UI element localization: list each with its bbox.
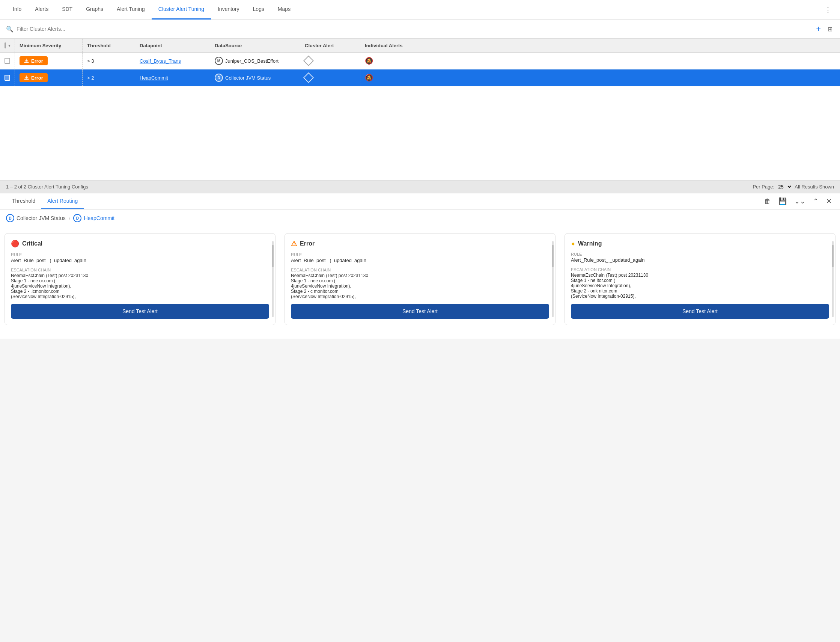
tab-maps[interactable]: Maps bbox=[271, 0, 297, 19]
delete-button[interactable]: 🗑 bbox=[762, 196, 773, 207]
expand-down-button[interactable]: ⌄⌄ bbox=[792, 196, 808, 207]
tab-logs[interactable]: Logs bbox=[246, 0, 271, 19]
critical-escalation-section: Escalation Chain NeemaEscChain (Test) po… bbox=[11, 268, 269, 299]
critical-rule-section: Rule Alert_Rule_post_ )_updated_again bbox=[11, 252, 269, 263]
row1-individual-alerts: 🔕 bbox=[360, 53, 840, 69]
row2-ds-badge: D Collector JVM Status bbox=[215, 74, 270, 82]
row2-check[interactable] bbox=[5, 75, 10, 81]
severity-badge: ⚠ Error bbox=[19, 56, 48, 65]
critical-rule-label: Rule bbox=[11, 252, 269, 257]
warning-rule-section: Rule Alert_Rule_post_ _updated_again bbox=[571, 252, 829, 263]
table-row[interactable]: ⚠ Error > 3 CosIf_Bytes_Trans M Juniper_… bbox=[0, 53, 840, 70]
search-icon: 🔍 bbox=[6, 26, 13, 32]
more-menu-button[interactable]: ⋮ bbox=[823, 4, 834, 16]
breadcrumb-child[interactable]: D HeapCommit bbox=[73, 214, 115, 222]
search-bar: 🔍 + ⊞ bbox=[0, 19, 840, 39]
warning-escalation-section: Escalation Chain NeemaEscChain (Test) po… bbox=[571, 268, 829, 299]
severity-badge: ⚠ Error bbox=[19, 73, 48, 82]
navigation-bar: Info Alerts SDT Graphs Alert Tuning Clus… bbox=[0, 0, 840, 19]
row2-cluster-icon bbox=[303, 73, 314, 83]
tab-inventory[interactable]: Inventory bbox=[211, 0, 246, 19]
tab-alert-routing[interactable]: Alert Routing bbox=[41, 193, 84, 209]
row1-datasource: M Juniper_COS_BestEffort bbox=[210, 53, 300, 69]
row1-checkbox[interactable] bbox=[0, 53, 15, 69]
row1-check[interactable] bbox=[5, 58, 10, 64]
cards-container: 🔴 Critical Rule Alert_Rule_post_ )_updat… bbox=[0, 227, 840, 339]
row2-severity: ⚠ Error bbox=[15, 70, 83, 86]
search-actions: + ⊞ bbox=[814, 23, 834, 35]
save-button[interactable]: 💾 bbox=[776, 196, 789, 207]
table-row[interactable]: ⚠ Error > 2 HeapCommit D Collector JVM S… bbox=[0, 70, 840, 86]
tab-cluster-alert-tuning[interactable]: Cluster Alert Tuning bbox=[152, 0, 211, 19]
add-button[interactable]: + bbox=[814, 23, 822, 35]
breadcrumb-child-label: HeapCommit bbox=[84, 215, 115, 221]
row1-ds-name: Juniper_COS_BestEffort bbox=[225, 58, 278, 64]
row1-datapoint-link[interactable]: CosIf_Bytes_Trans bbox=[140, 58, 181, 64]
row1-ds-icon: M bbox=[215, 57, 223, 65]
select-all-checkbox[interactable] bbox=[5, 42, 6, 49]
per-page-select[interactable]: 25 50 100 bbox=[777, 183, 792, 190]
all-results-text: All Results Shown bbox=[795, 184, 834, 190]
row1-bell-icon: 🔕 bbox=[365, 57, 373, 65]
col-checkbox: ▼ bbox=[0, 39, 15, 52]
row1-datapoint: CosIf_Bytes_Trans bbox=[135, 53, 210, 69]
error-send-test-button[interactable]: Send Test Alert bbox=[291, 304, 549, 319]
tab-alerts[interactable]: Alerts bbox=[28, 0, 55, 19]
collapse-button[interactable]: ⌃ bbox=[811, 196, 821, 207]
error-card: ⚠ Error Rule Alert_Rule_post_ )_updated_… bbox=[285, 233, 555, 325]
critical-scrollbar[interactable] bbox=[272, 241, 274, 317]
sort-arrow: ▼ bbox=[8, 44, 11, 48]
tab-sdt[interactable]: SDT bbox=[55, 0, 79, 19]
empty-area bbox=[0, 86, 840, 180]
row2-datapoint: HeapCommit bbox=[135, 70, 210, 86]
row2-ds-name: Collector JVM Status bbox=[225, 75, 270, 81]
error-escalation-label: Escalation Chain bbox=[291, 268, 549, 272]
tab-graphs[interactable]: Graphs bbox=[79, 0, 110, 19]
row2-checkbox[interactable] bbox=[0, 70, 15, 86]
tab-alert-tuning[interactable]: Alert Tuning bbox=[110, 0, 152, 19]
breadcrumb-parent: D Collector JVM Status bbox=[6, 214, 66, 222]
warning-icon: ⚠ bbox=[24, 75, 29, 81]
tab-threshold[interactable]: Threshold bbox=[6, 193, 41, 209]
row2-individual-alerts: 🔕 bbox=[360, 70, 840, 86]
col-cluster-alert: Cluster Alert bbox=[300, 39, 360, 52]
critical-card: 🔴 Critical Rule Alert_Rule_post_ )_updat… bbox=[5, 233, 275, 325]
close-button[interactable]: ✕ bbox=[824, 196, 834, 207]
row1-ds-badge: M Juniper_COS_BestEffort bbox=[215, 57, 278, 65]
tab-actions: 🗑 💾 ⌄⌄ ⌃ ✕ bbox=[762, 196, 834, 207]
breadcrumb-separator: › bbox=[69, 215, 71, 221]
bottom-panel: Threshold Alert Routing 🗑 💾 ⌄⌄ ⌃ ✕ D Col… bbox=[0, 193, 840, 339]
row2-threshold: > 2 bbox=[83, 70, 135, 86]
warning-scrollbar[interactable] bbox=[832, 241, 834, 317]
error-title: ⚠ Error bbox=[291, 240, 549, 248]
error-scrollbar[interactable] bbox=[552, 241, 554, 317]
error-escalation-value: NeemaEscChain (Test) post 20231130 Stage… bbox=[291, 273, 549, 299]
error-escalation-section: Escalation Chain NeemaEscChain (Test) po… bbox=[291, 268, 549, 299]
tab-info[interactable]: Info bbox=[6, 0, 28, 19]
view-toggle-button[interactable]: ⊞ bbox=[826, 24, 834, 34]
per-page-label: Per Page: bbox=[753, 184, 774, 190]
error-rule-value: Alert_Rule_post_ )_updated_again bbox=[291, 258, 549, 263]
row1-cluster-icon bbox=[303, 55, 314, 66]
bottom-tabs: Threshold Alert Routing 🗑 💾 ⌄⌄ ⌃ ✕ bbox=[0, 193, 840, 209]
per-page-control: Per Page: 25 50 100 All Results Shown bbox=[753, 183, 834, 190]
row1-cluster-alert bbox=[300, 53, 360, 69]
warning-rule-label: Rule bbox=[571, 252, 829, 256]
critical-escalation-value: NeemaEscChain (Test) post 20231130 Stage… bbox=[11, 273, 269, 299]
warning-send-test-button[interactable]: Send Test Alert bbox=[571, 304, 829, 319]
col-individual-alerts: Individual Alerts bbox=[360, 39, 840, 52]
critical-title: 🔴 Critical bbox=[11, 240, 269, 248]
row2-datasource: D Collector JVM Status bbox=[210, 70, 300, 86]
search-input[interactable] bbox=[16, 26, 811, 32]
row1-severity: ⚠ Error bbox=[15, 53, 83, 69]
breadcrumb: D Collector JVM Status › D HeapCommit bbox=[0, 209, 840, 227]
col-datapoint: Datapoint bbox=[135, 39, 210, 52]
table-header: ▼ Minimum Severity Threshold Datapoint D… bbox=[0, 39, 840, 53]
critical-icon: 🔴 bbox=[11, 240, 19, 248]
critical-send-test-button[interactable]: Send Test Alert bbox=[11, 304, 269, 319]
row2-datapoint-link[interactable]: HeapCommit bbox=[140, 75, 168, 81]
warning-escalation-value: NeemaEscChain (Test) post 20231130 Stage… bbox=[571, 272, 829, 299]
row2-bell-icon: 🔕 bbox=[365, 74, 373, 82]
error-icon: ⚠ bbox=[291, 240, 297, 248]
warning-card: ⬥ Warning Rule Alert_Rule_post_ _updated… bbox=[565, 233, 835, 325]
